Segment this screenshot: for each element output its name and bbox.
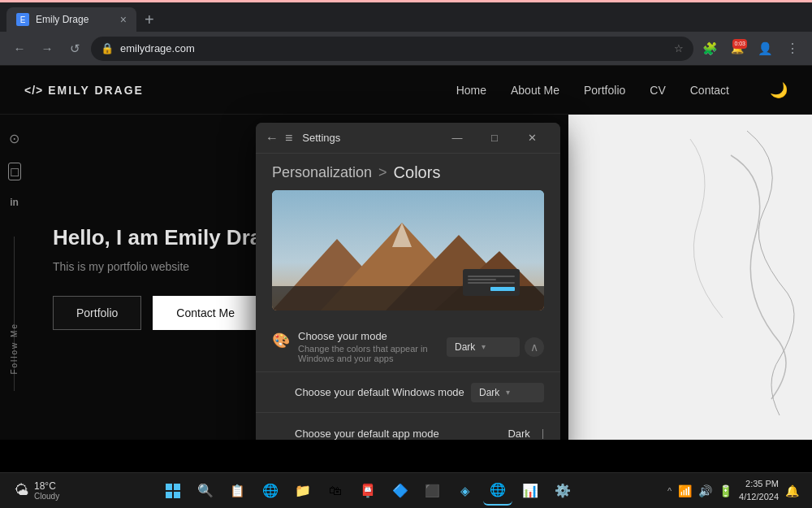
breadcrumb-separator: > (378, 164, 387, 181)
nav-contact[interactable]: Contact (690, 84, 729, 97)
app-extra-icon: 📊 (522, 483, 538, 498)
settings-row-left-app: Choose your default app mode (272, 428, 508, 440)
task-view-icon: 📋 (230, 484, 245, 498)
taskbar-task-view[interactable]: 📋 (223, 476, 253, 506)
logo-name: EMILY DRAGE (48, 84, 144, 97)
back-button[interactable]: ← (8, 37, 31, 60)
maximize-button[interactable]: □ (476, 125, 513, 151)
clock-time: 2:35 PM (739, 478, 779, 490)
minimize-button[interactable]: — (438, 125, 476, 151)
settings-icon: ⚙️ (555, 483, 571, 498)
settings-row-left-mode: 🎨 Choose your mode Change the colors tha… (272, 330, 447, 363)
profile-button[interactable]: 👤 (754, 37, 776, 60)
taskbar-edge[interactable]: 🌐 (256, 476, 285, 506)
titlebar-left: ← ≡ Settings (266, 131, 340, 145)
windows-mode-control: Dark ▾ (471, 383, 544, 402)
taskbar-settings[interactable]: ⚙️ (548, 476, 577, 506)
taskbar-app-extra[interactable]: 📊 (516, 476, 545, 506)
address-bar[interactable]: 🔒 emilydrage.com ☆ (91, 37, 693, 61)
wifi-icon[interactable]: 📶 (678, 484, 692, 497)
taskbar-browser-active[interactable]: 🌐 (483, 476, 512, 506)
mode-select[interactable]: Dark ▾ (447, 337, 520, 357)
portfolio-button[interactable]: Portfolio (53, 296, 141, 330)
tray-chevron[interactable]: ^ (667, 486, 672, 496)
app-mode-label: Choose your default app mode (295, 428, 508, 440)
tab-title: Emily Drage (36, 14, 114, 25)
nav-cv[interactable]: CV (650, 84, 665, 97)
notification-badge: 0:03 (732, 39, 747, 49)
windows-mode-label: Choose your default Windows mode (295, 386, 471, 398)
extensions-button[interactable]: 🧩 (698, 37, 721, 60)
taskbar-terminal[interactable]: ⬛ (418, 476, 447, 506)
notification-bell-icon[interactable]: 🔔 (785, 484, 799, 497)
taskbar-azure[interactable]: 🔷 (386, 476, 415, 506)
taskbar-system-tray: ^ 📶 🔊 🔋 2:35 PM 4/12/2024 🔔 (667, 478, 806, 503)
nav-home[interactable]: Home (456, 84, 486, 97)
titlebar-controls: — □ ✕ (438, 125, 551, 151)
windows-mode-dropdown-arrow: ▾ (506, 388, 510, 397)
taskbar-apps: 🔍 📋 🌐 📁 🛍 📮 🔷 ⬛ ◈ 🌐 📊 (67, 476, 667, 506)
extensions-icon: 🧩 (702, 41, 718, 56)
right-decoration (568, 115, 812, 440)
taskbar-start-button[interactable] (158, 476, 188, 506)
taskbar-explorer[interactable]: 📁 (288, 476, 317, 506)
settings-preview (272, 190, 544, 310)
profile-icon: 👤 (758, 41, 773, 56)
mode-label: Choose your mode (298, 330, 447, 342)
instagram-icon[interactable]: ◻ (8, 163, 21, 180)
follow-me-label: Follow Me (10, 323, 19, 375)
browser-tabs: E Emily Drage × + (0, 2, 812, 32)
taskbar-mail[interactable]: 📮 (353, 476, 382, 506)
azure-icon: 🔷 (392, 483, 408, 498)
search-icon: 🔍 (197, 483, 214, 498)
active-tab[interactable]: E Emily Drage × (6, 7, 136, 32)
refresh-button[interactable]: ↺ (63, 37, 86, 60)
new-tab-button[interactable]: + (145, 7, 154, 32)
settings-row-text-mode: Choose your mode Change the colors that … (298, 330, 447, 363)
wallpaper-preview (272, 190, 544, 310)
nav-about[interactable]: About Me (511, 84, 559, 97)
weather-temp: 18°C (34, 480, 59, 492)
breadcrumb-parent[interactable]: Personalization (272, 164, 372, 181)
tab-close-button[interactable]: × (120, 13, 127, 26)
windows-mode-select[interactable]: Dark ▾ (471, 383, 544, 402)
settings-row-text-app: Choose your default app mode (272, 428, 508, 440)
github-icon[interactable]: ⊙ (9, 131, 19, 146)
forward-button[interactable]: → (36, 37, 58, 60)
dialog-line-2 (468, 279, 496, 280)
linkedin-icon[interactable]: in (10, 197, 19, 208)
taskbar-vscode[interactable]: ◈ (451, 476, 480, 506)
contact-button[interactable]: Contact Me (153, 296, 258, 330)
close-button[interactable]: ✕ (513, 125, 551, 151)
taskbar-store[interactable]: 🛍 (321, 476, 350, 506)
dark-mode-toggle[interactable]: 🌙 (770, 81, 788, 99)
logo-brackets: </> (24, 84, 43, 97)
weather-condition: Cloudy (34, 492, 59, 501)
store-icon: 🛍 (329, 484, 342, 498)
settings-back-button[interactable]: ← (266, 131, 279, 145)
battery-icon[interactable]: 🔋 (719, 484, 732, 497)
mode-icon: 🎨 (272, 332, 290, 350)
nav-portfolio[interactable]: Portfolio (584, 84, 625, 97)
windows-mode-value: Dark (479, 387, 499, 398)
dialog-line-3 (468, 282, 515, 284)
clock-date: 4/12/2024 (739, 491, 779, 503)
browser-active-icon: 🌐 (490, 482, 506, 497)
mode-expand-button[interactable]: ∧ (525, 337, 544, 357)
taskbar-search[interactable]: 🔍 (191, 476, 220, 506)
taskbar-weather[interactable]: 🌤 18°C Cloudy (6, 480, 67, 501)
settings-menu-button[interactable]: ≡ (285, 131, 292, 145)
nav-logo: </> EMILY DRAGE (24, 84, 144, 97)
folder-icon: 📁 (295, 483, 311, 498)
volume-icon[interactable]: 🔊 (698, 484, 712, 497)
notification-button[interactable]: 🔔 0:03 (726, 37, 749, 60)
app-mode-control: Dark | (508, 428, 544, 440)
bookmark-icon[interactable]: ☆ (674, 42, 684, 54)
taskbar-clock[interactable]: 2:35 PM 4/12/2024 (739, 478, 779, 503)
mail-icon: 📮 (360, 483, 376, 498)
more-button[interactable]: ⋮ (781, 37, 804, 60)
settings-header: Personalization > Colors (256, 154, 560, 190)
terminal-icon: ⬛ (425, 484, 440, 498)
mode-desc: Change the colors that appear in Windows… (298, 344, 447, 363)
settings-row-windows-mode: Choose your default Windows mode Dark ▾ (256, 372, 560, 413)
